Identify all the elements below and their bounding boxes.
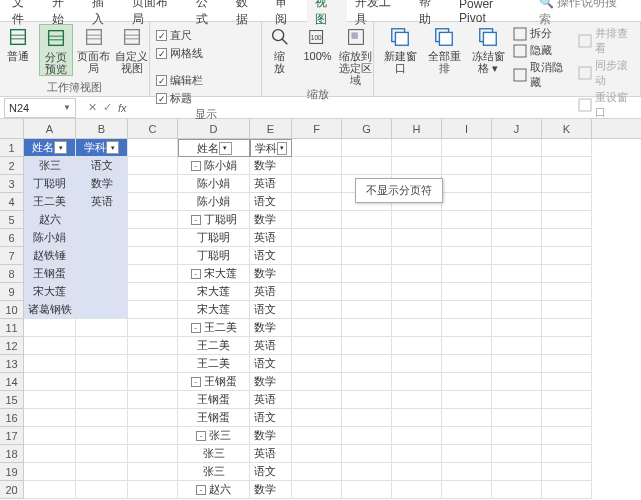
window-btn-1[interactable]: 全部重排 — [424, 24, 464, 74]
cell-A15[interactable] — [24, 391, 76, 409]
cell-G18[interactable] — [342, 445, 392, 463]
cell-H14[interactable] — [392, 373, 442, 391]
cell-E7[interactable]: 语文 — [250, 247, 292, 265]
cell-A14[interactable] — [24, 373, 76, 391]
cell-H5[interactable] — [392, 211, 442, 229]
cell-J10[interactable] — [492, 301, 542, 319]
cell-D18[interactable]: 张三 — [178, 445, 250, 463]
cell-H1[interactable] — [392, 139, 442, 157]
cell-C17[interactable] — [128, 427, 178, 445]
col-header-F[interactable]: F — [292, 119, 342, 138]
row-header-9[interactable]: 9 — [0, 283, 23, 301]
cell-F19[interactable] — [292, 463, 342, 481]
row-header-17[interactable]: 17 — [0, 427, 23, 445]
cell-H17[interactable] — [392, 427, 442, 445]
cell-E12[interactable]: 英语 — [250, 337, 292, 355]
cell-J20[interactable] — [492, 481, 542, 499]
cell-B13[interactable] — [76, 355, 128, 373]
cell-B16[interactable] — [76, 409, 128, 427]
row-header-3[interactable]: 3 — [0, 175, 23, 193]
cell-J15[interactable] — [492, 391, 542, 409]
cell-B10[interactable] — [76, 301, 128, 319]
cell-J2[interactable] — [492, 157, 542, 175]
select-all-corner[interactable] — [0, 119, 23, 139]
cell-K4[interactable] — [542, 193, 592, 211]
cell-E1[interactable]: 学科▾ — [250, 139, 292, 157]
cell-A10[interactable]: 诸葛钢铁 — [24, 301, 76, 319]
cell-H13[interactable] — [392, 355, 442, 373]
cell-E8[interactable]: 数学 — [250, 265, 292, 283]
cell-E16[interactable]: 语文 — [250, 409, 292, 427]
cell-F10[interactable] — [292, 301, 342, 319]
checkbox-编辑栏[interactable]: ✓编辑栏 — [156, 73, 203, 88]
cell-F13[interactable] — [292, 355, 342, 373]
outline-collapse-icon[interactable]: - — [196, 485, 206, 495]
row-header-5[interactable]: 5 — [0, 211, 23, 229]
cell-H12[interactable] — [392, 337, 442, 355]
cell-H8[interactable] — [392, 265, 442, 283]
cell-K8[interactable] — [542, 265, 592, 283]
cell-D13[interactable]: 王二美 — [178, 355, 250, 373]
cell-C9[interactable] — [128, 283, 178, 301]
cell-G11[interactable] — [342, 319, 392, 337]
cell-E3[interactable]: 英语 — [250, 175, 292, 193]
filter-icon[interactable]: ▾ — [106, 141, 119, 154]
col-header-A[interactable]: A — [24, 119, 76, 138]
cell-C14[interactable] — [128, 373, 178, 391]
view-btn-0[interactable]: 普通 — [1, 24, 35, 62]
cell-H10[interactable] — [392, 301, 442, 319]
cell-E4[interactable]: 语文 — [250, 193, 292, 211]
cell-D1[interactable]: 姓名▾ — [178, 139, 250, 157]
row-header-14[interactable]: 14 — [0, 373, 23, 391]
cell-I18[interactable] — [442, 445, 492, 463]
cell-I9[interactable] — [442, 283, 492, 301]
cell-G5[interactable] — [342, 211, 392, 229]
row-header-19[interactable]: 19 — [0, 463, 23, 481]
cell-J12[interactable] — [492, 337, 542, 355]
row-header-20[interactable]: 20 — [0, 481, 23, 499]
window-side-隐藏[interactable]: 隐藏 — [513, 43, 569, 58]
cell-F20[interactable] — [292, 481, 342, 499]
cell-F18[interactable] — [292, 445, 342, 463]
cell-C8[interactable] — [128, 265, 178, 283]
cell-B1[interactable]: 学科▾ — [76, 139, 128, 157]
cell-D9[interactable]: 宋大莲 — [178, 283, 250, 301]
cell-F3[interactable] — [292, 175, 342, 193]
cell-I15[interactable] — [442, 391, 492, 409]
name-box[interactable]: N24 ▼ — [4, 98, 76, 118]
cell-A19[interactable] — [24, 463, 76, 481]
cell-K19[interactable] — [542, 463, 592, 481]
col-header-K[interactable]: K — [542, 119, 592, 138]
cell-G16[interactable] — [342, 409, 392, 427]
cell-J5[interactable] — [492, 211, 542, 229]
cell-B17[interactable] — [76, 427, 128, 445]
cell-J16[interactable] — [492, 409, 542, 427]
cell-D2[interactable]: -陈小娟 — [178, 157, 250, 175]
cell-B3[interactable]: 数学 — [76, 175, 128, 193]
view-btn-2[interactable]: 页面布局 — [77, 24, 111, 74]
cell-H6[interactable] — [392, 229, 442, 247]
cell-G17[interactable] — [342, 427, 392, 445]
cell-A13[interactable] — [24, 355, 76, 373]
view-btn-1[interactable]: 分页预览 — [39, 24, 73, 76]
cell-J13[interactable] — [492, 355, 542, 373]
cell-E17[interactable]: 数学 — [250, 427, 292, 445]
window-btn-0[interactable]: 新建窗口 — [380, 24, 420, 74]
cell-D3[interactable]: 陈小娟 — [178, 175, 250, 193]
cell-B20[interactable] — [76, 481, 128, 499]
cell-B14[interactable] — [76, 373, 128, 391]
cell-C7[interactable] — [128, 247, 178, 265]
cell-F14[interactable] — [292, 373, 342, 391]
cell-F5[interactable] — [292, 211, 342, 229]
cell-E5[interactable]: 数学 — [250, 211, 292, 229]
filter-icon[interactable]: ▾ — [277, 142, 287, 155]
cell-G8[interactable] — [342, 265, 392, 283]
cell-D6[interactable]: 丁聪明 — [178, 229, 250, 247]
cell-D14[interactable]: -王钢蛋 — [178, 373, 250, 391]
cell-J6[interactable] — [492, 229, 542, 247]
cell-H11[interactable] — [392, 319, 442, 337]
cell-I16[interactable] — [442, 409, 492, 427]
cell-J19[interactable] — [492, 463, 542, 481]
cell-I13[interactable] — [442, 355, 492, 373]
cell-G14[interactable] — [342, 373, 392, 391]
